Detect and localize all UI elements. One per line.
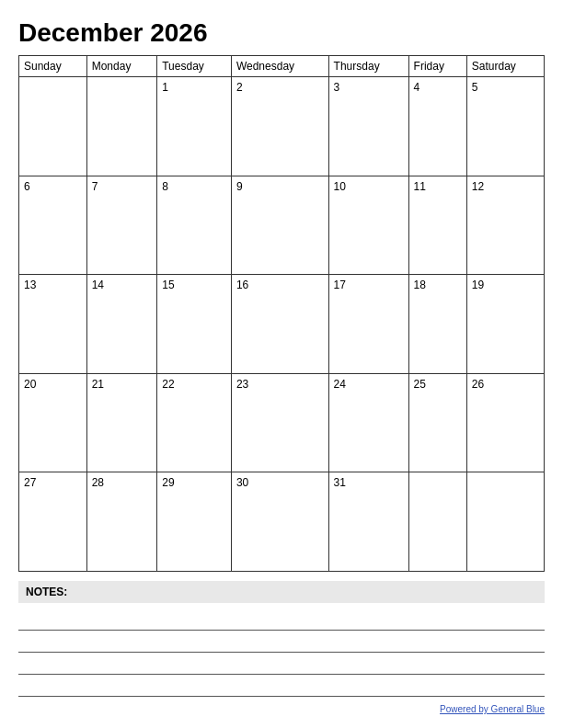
day-number: 19 [472, 279, 484, 291]
col-monday: Monday [86, 56, 157, 77]
day-number: 27 [24, 476, 36, 489]
day-number: 20 [24, 378, 36, 391]
notes-section: NOTES: [18, 581, 545, 699]
col-sunday: Sunday [19, 56, 87, 77]
day-number: 18 [414, 279, 426, 291]
day-cell [86, 77, 157, 176]
day-number: 6 [24, 180, 30, 193]
powered-by-link[interactable]: Powered by General Blue [440, 704, 545, 714]
day-number: 4 [414, 81, 420, 94]
day-cell: 13 [19, 275, 87, 374]
day-cell: 18 [408, 275, 466, 374]
powered-by: Powered by General Blue [18, 704, 545, 714]
day-cell: 17 [328, 275, 408, 374]
day-cell: 29 [157, 472, 232, 572]
day-cell: 27 [19, 472, 87, 572]
day-number: 10 [334, 180, 346, 193]
day-cell: 30 [231, 472, 328, 572]
day-cell [408, 472, 466, 572]
notes-line-4 [18, 677, 545, 697]
day-cell: 22 [157, 373, 232, 472]
week-row-3: 13141516171819 [19, 275, 545, 374]
notes-line-2 [18, 632, 545, 653]
header-row: Sunday Monday Tuesday Wednesday Thursday… [19, 56, 545, 77]
day-number: 28 [92, 476, 104, 489]
calendar-title: December 2026 [18, 18, 545, 48]
day-cell: 21 [86, 373, 157, 472]
day-number: 21 [92, 378, 104, 391]
day-cell: 23 [231, 373, 328, 472]
day-number: 9 [236, 180, 243, 193]
day-number: 3 [334, 81, 340, 94]
notes-line-3 [18, 654, 545, 675]
day-number: 25 [414, 378, 426, 391]
day-cell: 3 [328, 77, 408, 176]
day-number: 5 [472, 81, 478, 94]
day-cell: 6 [19, 176, 87, 275]
day-number: 15 [162, 279, 174, 291]
day-cell: 1 [157, 77, 232, 176]
day-number: 1 [162, 81, 168, 94]
day-cell: 2 [231, 77, 328, 176]
day-cell: 19 [466, 275, 544, 374]
day-cell: 4 [408, 77, 466, 176]
week-row-1: 12345 [19, 77, 545, 176]
day-cell [19, 77, 87, 176]
day-cell: 20 [19, 373, 87, 472]
day-cell: 9 [231, 176, 328, 275]
day-cell: 24 [328, 373, 408, 472]
day-cell: 15 [157, 275, 232, 374]
day-number: 26 [472, 378, 484, 391]
day-number: 29 [162, 476, 174, 489]
week-row-5: 2728293031 [19, 472, 545, 572]
calendar-table: Sunday Monday Tuesday Wednesday Thursday… [18, 55, 545, 572]
day-number: 16 [236, 279, 248, 291]
day-number: 30 [236, 476, 248, 489]
notes-label: NOTES: [18, 581, 545, 603]
week-row-4: 20212223242526 [19, 373, 545, 472]
day-number: 17 [334, 279, 346, 291]
day-cell: 8 [157, 176, 232, 275]
day-cell: 5 [466, 77, 544, 176]
notes-line-1 [18, 610, 545, 631]
day-cell: 10 [328, 176, 408, 275]
day-cell: 28 [86, 472, 157, 572]
day-cell: 12 [466, 176, 544, 275]
day-cell [466, 472, 544, 572]
day-number: 7 [92, 180, 98, 193]
day-cell: 7 [86, 176, 157, 275]
day-cell: 14 [86, 275, 157, 374]
day-cell: 26 [466, 373, 544, 472]
day-number: 8 [162, 180, 168, 193]
day-cell: 31 [328, 472, 408, 572]
col-thursday: Thursday [328, 56, 408, 77]
day-number: 22 [162, 378, 174, 391]
day-number: 11 [414, 180, 426, 193]
col-wednesday: Wednesday [231, 56, 328, 77]
day-cell: 11 [408, 176, 466, 275]
day-cell: 16 [231, 275, 328, 374]
day-cell: 25 [408, 373, 466, 472]
col-saturday: Saturday [466, 56, 544, 77]
day-number: 13 [24, 279, 36, 291]
day-number: 12 [472, 180, 484, 193]
day-number: 24 [334, 378, 346, 391]
day-number: 23 [236, 378, 248, 391]
day-number: 2 [236, 81, 243, 94]
day-number: 31 [334, 476, 346, 489]
day-number: 14 [92, 279, 104, 291]
page: December 2026 Sunday Monday Tuesday Wedn… [0, 0, 563, 728]
week-row-2: 6789101112 [19, 176, 545, 275]
col-friday: Friday [408, 56, 466, 77]
col-tuesday: Tuesday [157, 56, 232, 77]
